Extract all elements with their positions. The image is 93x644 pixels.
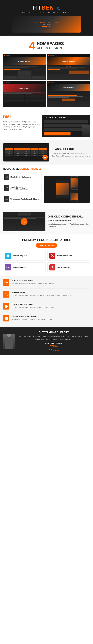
visual-composer-name: Visual Composer	[12, 254, 27, 257]
plugin-contact-form-7: 7 Contact Form 7	[47, 262, 90, 272]
schedule-section: MON TUE WED THU FRI Yoga Box Yoga Run Bo…	[0, 140, 93, 164]
tablet-screen	[56, 183, 69, 195]
bmi-submit[interactable]	[44, 132, 71, 136]
svg-point-7	[7, 199, 7, 200]
save-money-button[interactable]: Save money $$$	[36, 243, 57, 248]
schedule-mockup-wrap: MON TUE WED THU FRI Yoga Box Yoga Run Bo…	[3, 143, 49, 162]
contact-form-7-icon: 7	[49, 264, 55, 270]
oneclick-description: Like what you see our demo? Replicate ou…	[48, 223, 90, 228]
feature-seo-title: SEO OPTIMIZED	[12, 291, 71, 294]
feature-customizable: FULL CUSTOMIZABLE With easy to save Them…	[3, 279, 90, 288]
feature-customizable-desc: With easy to save Theme options the only…	[12, 282, 55, 285]
responsive-item-1: Mobile Device Optimization	[3, 172, 42, 181]
responsive-item-2: Quick Navigation onboth Tablet and Phone	[3, 184, 42, 192]
feature-translation-text: TRANSLATION READY Translation ready and …	[12, 303, 55, 308]
feature-browser-title: BROWSER COMPATIBILITY	[12, 315, 54, 318]
schedule-description: Easily view training schedule in detail …	[51, 152, 90, 157]
feature-seo-text: SEO OPTIMIZED Translation ready and come…	[12, 291, 71, 297]
slider-revolution-icon	[49, 252, 55, 259]
oneclick-title: ONE CLICK DEMO INSTALL	[48, 215, 90, 218]
homepages-title: 4 HOMEPAGES CLEAN DESIGN	[3, 40, 90, 51]
plugins-section: PREMIUM PLUGINS COMPATIBLE Save money $$…	[0, 234, 93, 276]
svg-rect-4	[5, 198, 8, 199]
svg-point-19	[5, 317, 6, 318]
woocommerce-icon: WOO	[5, 264, 11, 270]
slider-revolution-name: Slider Revolution	[57, 254, 72, 257]
responsive-highlight: MOBILE FRIENDLY	[19, 168, 41, 170]
features-section: FULL CUSTOMIZABLE With easy to save Them…	[0, 276, 93, 327]
svg-rect-0	[6, 176, 7, 178]
bmi-left: BMI The Body Mfitness Index (BMI) is a m…	[3, 114, 40, 130]
rate-us-link[interactable]: RATE US	[50, 345, 58, 347]
homepage-thumb-3: ROCK YOUR BODY	[3, 81, 46, 107]
responsive-section: RESPONSIVE MOBILE FRIENDLY Mobile Device…	[0, 164, 93, 209]
bmi-field-3	[44, 128, 88, 131]
phone-device-1	[71, 176, 78, 190]
feature-seo-desc: Translation ready and comes with leading…	[12, 294, 71, 297]
feature-seo: SEO OPTIMIZED Translation ready and come…	[3, 291, 90, 300]
bmi-calculator: CALCULATE YOUR BMI	[42, 114, 90, 137]
responsive-items: Mobile Device Optimization Quick Navigat…	[3, 172, 42, 206]
plugin-woocommerce: WOO Woocommerce	[3, 262, 46, 272]
hero-subtitle: THE GYM & FITNESS WORDPRESS THEME	[3, 12, 90, 14]
logo: FITBEN 🐾	[3, 4, 90, 11]
feature-customizable-title: FULL CUSTOMIZABLE	[12, 279, 55, 282]
support-avatar	[3, 334, 15, 349]
plugins-grid: Visual Composer Slider Revolution WOO Wo…	[3, 251, 90, 272]
bmi-description: The Body Mfitness Index (BMI) is a measu…	[3, 121, 40, 130]
responsive-item-3-label: Theme uses Mobile Friendly Sliders	[10, 198, 39, 200]
svg-marker-8	[7, 254, 9, 257]
homepage-count: 4	[29, 40, 35, 51]
support-section: OUTSTANDING SUPPORT We know that it's li…	[0, 327, 93, 355]
star-rating: ★★★★★	[17, 348, 90, 351]
bmi-badge: BMI	[3, 114, 40, 120]
line2: CLEAN DESIGN	[37, 46, 64, 50]
like-theme-text: LIKE OUR THEME?	[17, 342, 90, 344]
homepage-thumb-2: CHALLENGE YOUR LIMITS About Fitben	[47, 54, 90, 80]
translation-icon	[4, 305, 8, 308]
oneclick-mockup-wrap: OneClick	[3, 212, 45, 232]
logo-text: FITBEN 🐾	[32, 4, 60, 11]
schedule-info: CLASS SCHEDULE Easily view training sche…	[51, 148, 90, 157]
plugin-slider-revolution: Slider Revolution	[47, 251, 90, 261]
woocommerce-name: Woocommerce	[12, 266, 25, 268]
tablet-device	[56, 180, 69, 198]
line1: HOMEPAGES	[37, 41, 64, 46]
bmi-calc-title: CALCULATE YOUR BMI	[44, 116, 88, 119]
visual-composer-icon	[5, 252, 11, 259]
translation-icon-wrap	[3, 303, 9, 310]
oneclick-badge-text: OneClick	[23, 220, 25, 223]
feature-customizable-text: FULL CUSTOMIZABLE With easy to save Them…	[12, 279, 55, 285]
homepages-section: 4 HOMEPAGES CLEAN DESIGN CHALLENGE YOUR …	[0, 36, 93, 112]
hero-mockup: CHALLENGE YOUR LIMITS About Fitben	[12, 16, 81, 32]
mockup-banner-text: CHALLENGE YOUR LIMITS	[33, 22, 59, 23]
feature-translation: TRANSLATION READY Translation ready and …	[3, 303, 90, 312]
svg-rect-5	[5, 199, 8, 200]
bmi-field-1	[44, 120, 88, 123]
about-label: About Fitben	[33, 24, 59, 25]
oneclick-section: OneClick ONE CLICK DEMO INSTALL Fast & E…	[0, 209, 93, 234]
hero-section: FITBEN 🐾 THE GYM & FITNESS WORDPRESS THE…	[0, 0, 93, 36]
oneclick-subtitle: Fast & Easy Installation	[48, 220, 90, 222]
tablet-phone-icon	[4, 185, 9, 191]
responsive-devices	[44, 176, 90, 203]
phone-screen-2	[71, 193, 78, 200]
feature-browser-text: BROWSER COMPATIBILITY All morden browser…	[12, 315, 54, 320]
schedule-table: MON TUE WED THU FRI Yoga Box Yoga Run Bo…	[5, 148, 47, 157]
plugin-visual-composer: Visual Composer	[3, 251, 46, 261]
feature-browser: BROWSER COMPATIBILITY All morden browser…	[3, 315, 90, 324]
feature-browser-desc: All morden browsers supported Firefox, C…	[12, 318, 54, 320]
bmi-section: BMI The Body Mfitness Index (BMI) is a m…	[0, 112, 93, 140]
support-title: OUTSTANDING SUPPORT	[17, 331, 90, 334]
svg-point-6	[6, 198, 6, 199]
slider-icon	[4, 196, 9, 202]
svg-line-12	[7, 295, 7, 296]
responsive-item-1-label: Mobile Device Optimization	[10, 176, 32, 178]
browser-icon	[4, 317, 8, 320]
devices-mockup	[44, 176, 90, 203]
oneclick-info: ONE CLICK DEMO INSTALL Fast & Easy Insta…	[48, 215, 90, 228]
homepage-title-text: HOMEPAGES CLEAN DESIGN	[37, 41, 64, 50]
bmi-person-illustration	[83, 125, 90, 137]
contact-form-7-name: Contact Form 7	[57, 266, 70, 268]
seo-icon	[4, 293, 8, 296]
